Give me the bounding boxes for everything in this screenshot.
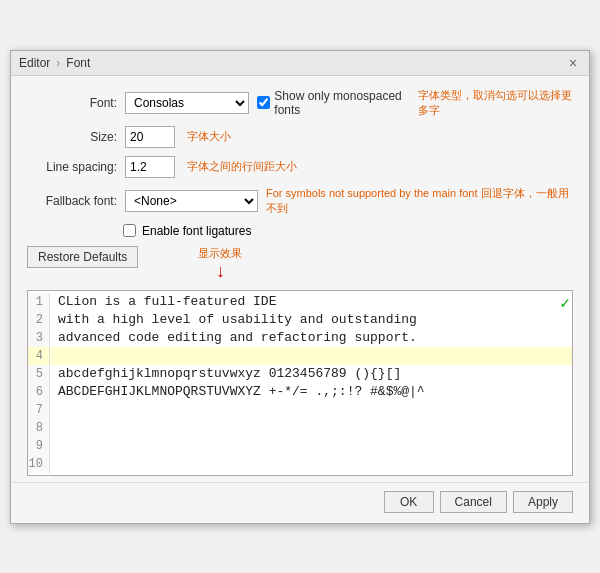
font-row: Font: Consolas Show only monospaced font…: [27, 88, 573, 118]
line-content-5: abcdefghijklmnopqrstuvwxyz 0123456789 ()…: [50, 365, 401, 383]
checkmark-icon: ✓: [560, 293, 570, 315]
preview-arrow-icon: ↓: [216, 261, 225, 282]
preview-line-5: 5 abcdefghijklmnopqrstuvwxyz 0123456789 …: [28, 365, 572, 383]
show-mono-checkbox[interactable]: [257, 96, 270, 109]
preview-line-1: 1 CLion is a full-featured IDE: [28, 293, 572, 311]
ligatures-checkbox[interactable]: [123, 224, 136, 237]
line-num-2: 2: [28, 311, 50, 329]
spacing-input[interactable]: [125, 156, 175, 178]
size-label: Size:: [27, 130, 117, 144]
line-num-4: 4: [28, 347, 50, 365]
size-input[interactable]: [125, 126, 175, 148]
restore-defaults-button[interactable]: Restore Defaults: [27, 246, 138, 268]
preview-area: 1 CLion is a full-featured IDE 2 with a …: [27, 290, 573, 476]
preview-line-2: 2 with a high level of usability and out…: [28, 311, 572, 329]
preview-lines: 1 CLion is a full-featured IDE 2 with a …: [28, 293, 572, 473]
title-bar: Editor › Font ×: [11, 51, 589, 76]
show-mono-text: Show only monospaced fonts: [274, 89, 410, 117]
fallback-select[interactable]: <None>: [125, 190, 258, 212]
font-select[interactable]: Consolas: [125, 92, 249, 114]
preview-label: 显示效果: [198, 246, 242, 261]
preview-line-8: 8: [28, 419, 572, 437]
line-num-5: 5: [28, 365, 50, 383]
settings-dialog: Editor › Font × Font: Consolas Show only…: [10, 50, 590, 524]
mono-hint: 字体类型，取消勾选可以选择更多字: [418, 88, 573, 118]
line-content-1: CLion is a full-featured IDE: [50, 293, 276, 311]
preview-line-4: 4: [28, 347, 572, 365]
ligatures-text: Enable font ligatures: [142, 224, 251, 238]
spacing-hint: 字体之间的行间距大小: [187, 159, 297, 174]
breadcrumb-separator: ›: [56, 56, 60, 70]
preview-line-9: 9: [28, 437, 572, 455]
line-num-6: 6: [28, 383, 50, 401]
line-content-3: advanced code editing and refactoring su…: [50, 329, 417, 347]
spacing-label: Line spacing:: [27, 160, 117, 174]
line-num-8: 8: [28, 419, 50, 437]
form-content: Font: Consolas Show only monospaced font…: [11, 76, 589, 290]
show-mono-label[interactable]: Show only monospaced fonts: [257, 89, 410, 117]
line-content-8: [50, 419, 58, 437]
breadcrumb: Editor › Font: [19, 56, 90, 70]
preview-line-6: 6 ABCDEFGHIJKLMNOPQRSTUVWXYZ +-*/= .,;:!…: [28, 383, 572, 401]
preview-line-7: 7: [28, 401, 572, 419]
line-content-6: ABCDEFGHIJKLMNOPQRSTUVWXYZ +-*/= .,;:!? …: [50, 383, 425, 401]
breadcrumb-page: Font: [66, 56, 90, 70]
line-num-3: 3: [28, 329, 50, 347]
spacing-row: Line spacing: 字体之间的行间距大小: [27, 156, 573, 178]
fallback-row: Fallback font: <None> For symbols not su…: [27, 186, 573, 216]
line-content-4: [50, 347, 58, 365]
line-num-9: 9: [28, 437, 50, 455]
line-content-7: [50, 401, 58, 419]
font-label: Font:: [27, 96, 117, 110]
line-num-10: 10: [28, 455, 50, 473]
preview-label-wrapper: 显示效果 ↓: [198, 246, 242, 282]
breadcrumb-editor: Editor: [19, 56, 50, 70]
fallback-hint: For symbols not supported by the main fo…: [266, 186, 573, 216]
ligatures-label[interactable]: Enable font ligatures: [123, 224, 251, 238]
line-content-9: [50, 437, 58, 455]
ligatures-row: Enable font ligatures: [27, 224, 573, 238]
close-button[interactable]: ×: [565, 55, 581, 71]
apply-button[interactable]: Apply: [513, 491, 573, 513]
preview-line-3: 3 advanced code editing and refactoring …: [28, 329, 572, 347]
preview-line-10: 10: [28, 455, 572, 473]
line-num-1: 1: [28, 293, 50, 311]
line-content-2: with a high level of usability and outst…: [50, 311, 417, 329]
cancel-button[interactable]: Cancel: [440, 491, 507, 513]
ok-button[interactable]: OK: [384, 491, 434, 513]
dialog-footer: OK Cancel Apply: [11, 482, 589, 523]
preview-section: 1 CLion is a full-featured IDE 2 with a …: [11, 290, 589, 476]
line-num-7: 7: [28, 401, 50, 419]
restore-row: Restore Defaults 显示效果 ↓: [27, 246, 573, 282]
size-row: Size: 字体大小: [27, 126, 573, 148]
size-hint: 字体大小: [187, 129, 231, 144]
line-content-10: [50, 455, 58, 473]
fallback-label: Fallback font:: [27, 194, 117, 208]
